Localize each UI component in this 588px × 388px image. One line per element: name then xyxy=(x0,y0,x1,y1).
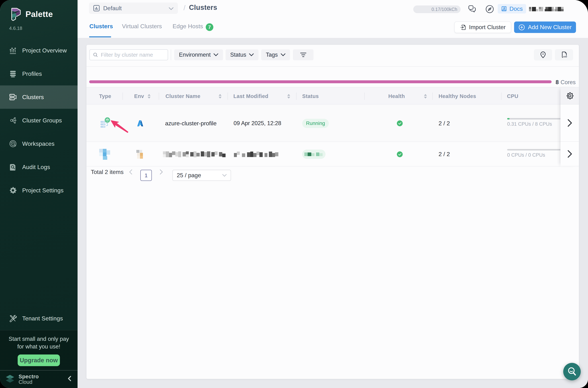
book-icon xyxy=(501,6,507,12)
col-header-cluster-name[interactable]: Cluster Name xyxy=(165,87,201,105)
sort-icon xyxy=(219,94,222,98)
healthy-nodes-value: 2 / 2 xyxy=(439,120,450,127)
plus-circle-icon xyxy=(519,24,525,31)
clusters-card: Environment Status Tags xyxy=(87,45,579,379)
col-header-label: Health xyxy=(388,93,405,99)
cluster-name[interactable]: azure-cluster-profile xyxy=(165,105,217,142)
table-settings-cell[interactable] xyxy=(561,87,579,105)
sidebar-item-project-settings[interactable]: Project Settings xyxy=(0,179,78,202)
location-button[interactable] xyxy=(534,49,552,60)
status-cell: Running xyxy=(302,105,329,142)
col-header-cpu[interactable]: CPU xyxy=(507,87,518,105)
palette-app: Palette 4.6.18 Project Overview xyxy=(0,0,588,388)
col-header-health[interactable]: Health xyxy=(388,87,405,105)
pagination-page-1[interactable]: 1 xyxy=(140,170,152,181)
sidebar-item-clusters[interactable]: Clusters xyxy=(0,85,78,109)
cluster-row-azure[interactable]: azure-cluster-profile 09 Apr 2025, 12:28… xyxy=(87,105,579,142)
status-pill-running: Running xyxy=(302,119,329,128)
col-header-status[interactable]: Status xyxy=(302,87,319,105)
redacted-user-name xyxy=(529,7,566,11)
layers-stack-icon xyxy=(9,70,17,78)
sidebar: Palette 4.6.18 Project Overview xyxy=(0,0,78,388)
health-cell xyxy=(397,105,403,142)
brand-top: Spectro xyxy=(19,374,39,379)
col-header-env[interactable]: Env xyxy=(134,87,151,105)
assistant-fab[interactable] xyxy=(563,363,581,380)
search-input[interactable] xyxy=(101,52,164,58)
status-dropdown[interactable]: Status xyxy=(226,49,258,60)
gear-icon xyxy=(9,186,17,194)
import-cluster-label: Import Cluster xyxy=(469,24,506,31)
tab-edge-hosts[interactable]: Edge Hosts xyxy=(173,23,203,30)
tags-label: Tags xyxy=(266,51,278,58)
page-size-select[interactable]: 25 / page xyxy=(172,170,231,181)
pagination-prev[interactable] xyxy=(129,169,132,176)
add-new-cluster-label: Add New Cluster xyxy=(528,24,572,31)
cpu-cell: 0 CPUs / 0 CPUs xyxy=(507,149,561,158)
redacted-env-icon xyxy=(136,142,145,167)
csv-file-icon: csv xyxy=(561,51,567,58)
compass-icon[interactable] xyxy=(485,4,495,14)
docs-button[interactable]: Docs xyxy=(498,4,526,13)
palette-logo[interactable]: Palette xyxy=(0,0,78,22)
col-header-type[interactable]: Type xyxy=(99,87,111,105)
annotation-arrow xyxy=(110,118,129,134)
sidebar-item-tenant-settings[interactable]: Tenant Settings xyxy=(0,307,78,330)
row-expand-chevron[interactable] xyxy=(567,119,572,127)
sidebar-item-audit-logs[interactable]: Audit Logs xyxy=(0,155,78,179)
promo-line-2: for what you use! xyxy=(17,343,60,350)
import-cluster-button[interactable]: Import Cluster xyxy=(454,22,511,33)
content-area: Environment Status Tags xyxy=(78,38,588,388)
spectro-cloud-name: Spectro Cloud xyxy=(19,374,39,385)
column-separator xyxy=(296,93,296,100)
project-selector[interactable]: Default xyxy=(89,2,178,14)
cpu-usage-text: 0 CPUs / 0 CPUs xyxy=(507,152,561,158)
redacted-status xyxy=(302,142,325,167)
col-header-label: Env xyxy=(134,93,144,99)
cpu-bar-track xyxy=(507,118,561,120)
redacted-last-modified xyxy=(234,142,281,167)
environment-dropdown[interactable]: Environment xyxy=(174,49,223,60)
topbar: Default / Clusters 0.17/100kCh xyxy=(78,0,588,38)
sidebar-item-cluster-groups[interactable]: Cluster Groups xyxy=(0,109,78,132)
pagination-next[interactable] xyxy=(160,169,163,176)
filter-divider xyxy=(171,49,171,60)
column-separator xyxy=(159,93,159,100)
sidebar-item-label: Cluster Groups xyxy=(22,117,62,124)
azure-env-icon xyxy=(137,105,144,142)
sidebar-item-label: Project Settings xyxy=(22,187,64,194)
tags-dropdown[interactable]: Tags xyxy=(261,49,290,60)
sidebar-item-project-overview[interactable]: Project Overview xyxy=(0,39,78,62)
healthy-nodes-value: 2 / 2 xyxy=(439,151,450,158)
breadcrumb-current: Clusters xyxy=(189,4,217,11)
last-modified: 09 Apr 2025, 12:28 xyxy=(234,105,281,142)
column-separator xyxy=(122,93,123,100)
add-new-cluster-button[interactable]: Add New Cluster xyxy=(514,22,576,33)
sidebar-item-workspaces[interactable]: Workspaces xyxy=(0,132,78,155)
col-header-healthy-nodes[interactable]: Healthy Nodes xyxy=(439,87,476,105)
collapse-sidebar-icon[interactable] xyxy=(67,376,72,383)
col-header-last-modified[interactable]: Last Modified xyxy=(233,87,268,105)
pinned-actions-column xyxy=(561,87,579,167)
orbit-icon xyxy=(9,140,17,148)
sidebar-item-profiles[interactable]: Profiles xyxy=(0,62,78,85)
project-selector-value: Default xyxy=(103,5,122,12)
cluster-row-redacted[interactable]: 2 / 2 0 CPUs / 0 CPUs xyxy=(87,142,579,167)
filter-lines-button[interactable] xyxy=(293,49,314,60)
magnifier-smile-icon xyxy=(567,367,577,377)
pinned-row xyxy=(561,142,579,166)
chart-bars-icon xyxy=(9,46,17,55)
col-header-label: CPU xyxy=(507,93,518,99)
cpu-cell: 0.31 CPUs / 8 CPUs xyxy=(507,118,561,127)
last-modified-text: 09 Apr 2025, 12:28 xyxy=(234,120,281,127)
tab-virtual-clusters[interactable]: Virtual Clusters xyxy=(122,23,162,30)
export-csv-button[interactable]: csv xyxy=(555,49,573,60)
upgrade-now-button[interactable]: Upgrade now xyxy=(18,355,60,366)
tab-clusters[interactable]: Clusters xyxy=(89,23,113,30)
app-version: 4.6.18 xyxy=(9,25,78,31)
brand-bottom: Cloud xyxy=(19,379,39,385)
promo-line-1: Start small and only pay xyxy=(9,336,69,342)
chat-icon[interactable] xyxy=(468,4,477,14)
row-expand-chevron[interactable] xyxy=(567,150,572,158)
cluster-search[interactable] xyxy=(89,49,168,60)
